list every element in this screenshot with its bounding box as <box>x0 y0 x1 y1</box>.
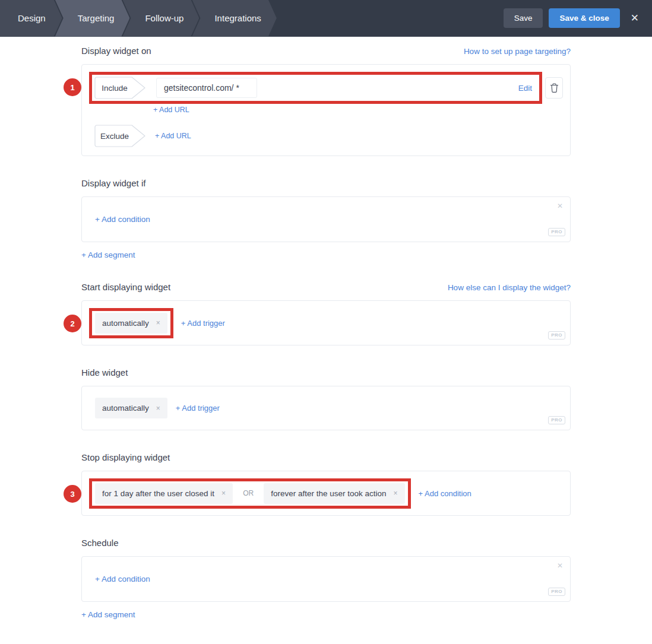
close-icon[interactable]: ✕ <box>631 13 639 23</box>
tab-follow-up[interactable]: Follow-up <box>122 0 199 37</box>
delete-url-button[interactable] <box>545 77 563 99</box>
top-bar: Design Targeting Follow-up Integrations … <box>0 0 652 37</box>
tab-targeting[interactable]: Targeting <box>55 0 130 37</box>
stop-condition-chip: forever after the user took action × <box>264 483 404 504</box>
remove-chip-icon[interactable]: × <box>156 319 160 327</box>
add-include-url-link[interactable]: + Add URL <box>153 106 189 114</box>
remove-chip-icon[interactable]: × <box>156 404 160 413</box>
section-title: Display widget on <box>81 46 151 56</box>
schedule-card: ✕ + Add condition PRO <box>81 556 571 602</box>
add-trigger-link[interactable]: + Add trigger <box>176 404 220 413</box>
trigger-chip-label: automatically <box>102 404 149 413</box>
section-title: Schedule <box>81 538 119 548</box>
include-tag-label: Include <box>94 77 145 99</box>
stop-condition-chip-label: forever after the user took action <box>271 489 386 498</box>
url-rules-card: 1 Include Edit + Add URL <box>81 64 571 156</box>
section-head-display-on: Display widget on How to set up page tar… <box>81 46 571 56</box>
annotation-box-1: Include Edit <box>89 72 542 104</box>
exclude-url-row: Exclude + Add URL <box>94 125 563 147</box>
pro-badge: PRO <box>548 416 565 424</box>
hide-trigger-card: automatically × + Add trigger PRO <box>81 386 571 430</box>
add-segment-link[interactable]: + Add segment <box>81 250 135 259</box>
annotation-badge-1: 1 <box>64 78 81 96</box>
section-head-display-if: Display widget if <box>81 178 571 188</box>
or-label: OR <box>243 489 254 497</box>
save-button[interactable]: Save <box>504 8 543 28</box>
add-condition-link[interactable]: + Add condition <box>95 575 150 583</box>
remove-chip-icon[interactable]: × <box>393 489 397 497</box>
tab-integrations[interactable]: Integrations <box>192 0 276 37</box>
pro-badge: PRO <box>548 228 565 236</box>
trigger-chip: automatically × <box>95 398 167 418</box>
targeting-panel: Display widget on How to set up page tar… <box>0 37 652 643</box>
add-exclude-url-link[interactable]: + Add URL <box>155 132 191 140</box>
page-targeting-help-link[interactable]: How to set up page targeting? <box>464 47 571 56</box>
exclude-tag-label: Exclude <box>94 125 145 147</box>
exclude-tag: Exclude <box>94 125 145 147</box>
add-condition-link[interactable]: + Add condition <box>419 489 471 498</box>
add-trigger-link[interactable]: + Add trigger <box>181 319 225 328</box>
trigger-chip: automatically × <box>95 313 167 334</box>
pro-badge: PRO <box>548 331 565 340</box>
annotation-box-2: automatically × <box>89 308 173 338</box>
section-title: Stop displaying widget <box>81 452 170 462</box>
section-title: Display widget if <box>81 178 145 188</box>
section-title: Hide widget <box>81 367 128 377</box>
url-input[interactable] <box>156 78 257 98</box>
section-head-schedule: Schedule <box>81 538 571 548</box>
step-tabs: Design Targeting Follow-up Integrations <box>0 0 277 37</box>
start-trigger-card: 2 automatically × + Add trigger PRO <box>81 300 571 345</box>
pro-badge: PRO <box>548 588 565 596</box>
annotation-box-3: for 1 day after the user closed it × OR … <box>89 478 411 509</box>
remove-segment-icon[interactable]: ✕ <box>557 562 563 569</box>
add-segment-link[interactable]: + Add segment <box>81 610 135 619</box>
edit-url-link[interactable]: Edit <box>518 84 532 93</box>
stop-condition-chip: for 1 day after the user closed it × <box>95 483 233 504</box>
save-and-close-button[interactable]: Save & close <box>549 8 619 28</box>
display-if-card: ✕ + Add condition PRO <box>81 196 571 242</box>
annotation-badge-3: 3 <box>64 485 81 503</box>
trash-icon <box>550 83 559 93</box>
trigger-chip-label: automatically <box>102 319 149 328</box>
section-head-start: Start displaying widget How else can I d… <box>81 282 571 292</box>
add-condition-link[interactable]: + Add condition <box>95 215 150 224</box>
include-tag: Include <box>94 77 145 99</box>
section-head-hide: Hide widget <box>81 367 571 377</box>
stop-conditions-card: 3 for 1 day after the user closed it × O… <box>81 471 571 516</box>
annotation-badge-2: 2 <box>64 315 81 332</box>
section-title: Start displaying widget <box>81 282 170 292</box>
display-widget-help-link[interactable]: How else can I display the widget? <box>448 283 571 292</box>
tab-design[interactable]: Design <box>0 0 62 37</box>
include-url-row: Include Edit <box>89 72 563 104</box>
remove-segment-icon[interactable]: ✕ <box>557 202 563 210</box>
stop-condition-chip-label: for 1 day after the user closed it <box>102 489 214 498</box>
section-head-stop: Stop displaying widget <box>81 452 571 462</box>
remove-chip-icon[interactable]: × <box>221 489 226 497</box>
